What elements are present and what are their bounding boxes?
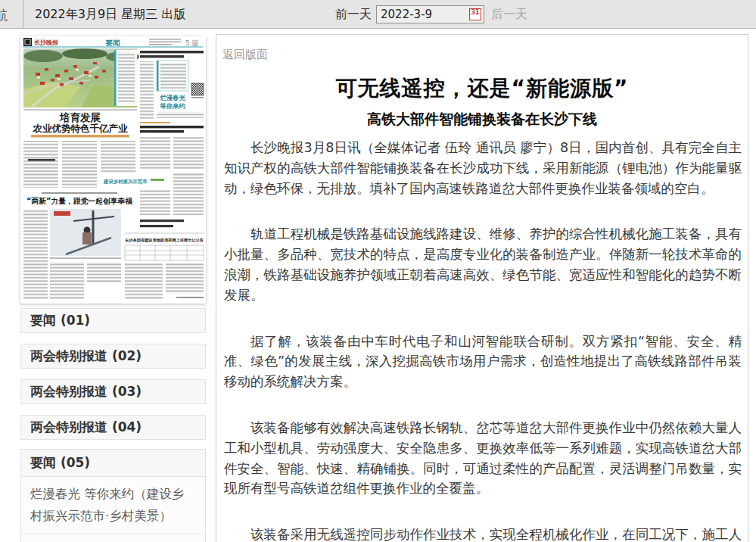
thumb-rural-banner: 建设乡村振兴示范市 xyxy=(101,176,169,187)
page-thumbnail-graphic: 长沙晚报 要闻 5 版 xyxy=(20,36,206,304)
article-paragraph: 该装备采用无线遥控同步动作作业技术，实现全程机械化作业，在同工况下，施工人员较行… xyxy=(224,525,742,542)
thumb-aerial-photo xyxy=(23,48,139,111)
article-panel: 返回版面 可无线遥控，还是“新能源版” 高铁大部件智能铺换装备在长沙下线 长沙晚… xyxy=(216,34,748,542)
svg-text:农业优势特色千亿产业: 农业优势特色千亿产业 xyxy=(33,123,129,134)
thumb-brand: 长沙晚报 xyxy=(34,39,59,46)
thumb-second-headline: “两新”力量，跟党一起创享幸福 xyxy=(26,197,132,205)
date-picker-field[interactable]: 31 xyxy=(376,5,484,23)
thumb-promo-line2: 等你来约 xyxy=(159,102,185,110)
article-body: 长沙晚报3月8日讯（全媒体记者 伍玲 通讯员 廖宁）8日，国内首创、具有完全自主… xyxy=(224,138,742,542)
svg-text:建设乡村振兴示范市: 建设乡村振兴示范市 xyxy=(103,179,148,185)
sidebar-section-05[interactable]: 要闻 (05) xyxy=(21,450,205,477)
thumb-land-notice: 长沙县国有建设用地使用权网上挂牌出让公告 xyxy=(124,233,204,300)
publish-date-label: 2022年3月9日 星期三 出版 xyxy=(35,7,185,23)
top-toolbar: 航 2022年3月9日 星期三 出版 前一天 31 后一天 xyxy=(0,0,756,29)
toolbar-divider xyxy=(23,0,23,29)
sidebar-section-04[interactable]: 两会特别报道 (04) xyxy=(20,415,206,440)
back-to-page-link[interactable]: 返回版面 xyxy=(222,48,268,62)
thumb-page-number: 5 版 xyxy=(185,39,199,47)
page-thumbnail[interactable]: 长沙晚报 要闻 5 版 xyxy=(20,36,206,304)
sidebar-section-03[interactable]: 两会特别报道 (03) xyxy=(20,379,206,404)
thumb-masthead: 长沙晚报 要闻 5 版 xyxy=(23,38,203,47)
thumb-promo-line1: 烂漫春光 xyxy=(159,94,185,101)
previous-day-button[interactable]: 前一天 xyxy=(335,7,372,23)
sidebar-article-link-1[interactable]: 烂漫春光 等你来约（建设乡村振兴示范市·乡村美景） xyxy=(21,477,205,534)
sidebar-section-02[interactable]: 两会特别报道 (02) xyxy=(20,344,206,369)
thumb-lead-headline: 培育发展 农业优势特色千亿产业 xyxy=(31,111,129,138)
article-subtitle: 高铁大部件智能铺换装备在长沙下线 xyxy=(216,110,748,129)
article-title: 可无线遥控，还是“新能源版” xyxy=(216,74,748,103)
date-input[interactable] xyxy=(377,6,466,23)
epaper-reader-screen: 航 2022年3月9日 星期三 出版 前一天 31 后一天 xyxy=(0,0,756,542)
article-header: 可无线遥控，还是“新能源版” 高铁大部件智能铺换装备在长沙下线 xyxy=(216,74,748,129)
calendar-icon[interactable]: 31 xyxy=(469,8,481,20)
sidebar-section-01[interactable]: 要闻 (01) xyxy=(20,308,206,333)
next-day-button-disabled: 后一天 xyxy=(491,7,527,23)
thumb-qr-code xyxy=(191,83,204,95)
thumb-section-label: 要闻 xyxy=(105,39,120,47)
sidebar-article-link-2[interactable]: 培育发展农业优势特色千亿产业 xyxy=(21,534,205,542)
article-paragraph: 轨道工程机械是铁路基础设施线路建设、维修、养护的综合性机械化施工装备，具有小批量… xyxy=(224,224,742,305)
sidebar-current-section: 要闻 (05) 烂漫春光 等你来约（建设乡村振兴示范市·乡村美景） 培育发展农业… xyxy=(20,449,206,542)
article-paragraph: 据了解，该装备由中车时代电子和山河智能联合研制。双方紧扣“智能、安全、精准、绿色… xyxy=(224,332,742,392)
thumb-right-column: 烂漫春光 等你来约 xyxy=(140,51,204,227)
article-paragraph: 长沙晚报3月8日讯（全媒体记者 伍玲 通讯员 廖宁）8日，国内首创、具有完全自主… xyxy=(224,138,742,198)
nav-clipped-label: 航 xyxy=(0,7,8,24)
thumb-notice-title: 长沙县国有建设用地使用权网上挂牌出让公告 xyxy=(124,238,204,243)
article-paragraph: 该装备能够有效解决高速铁路长钢轨、岔芯等道岔大部件更换作业中仍然依赖大量人工和小… xyxy=(224,418,742,499)
svg-text:培育发展: 培育发展 xyxy=(59,111,101,123)
thumb-second-article: “两新”力量，跟党一起创享幸福 xyxy=(23,192,132,300)
